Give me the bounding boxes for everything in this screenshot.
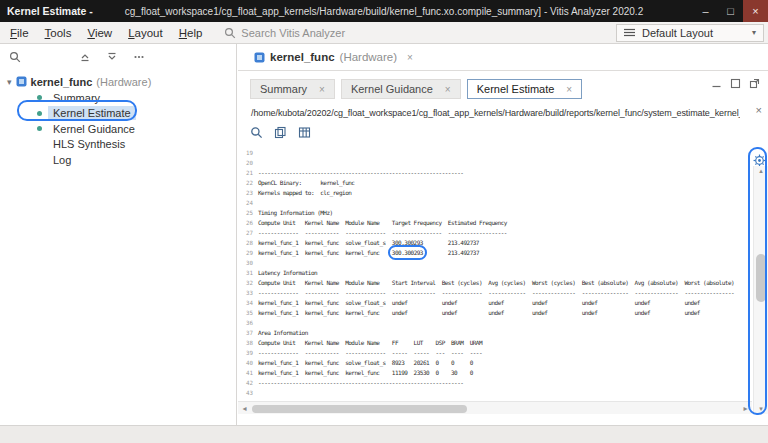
- line-number: 32: [238, 278, 258, 288]
- menu-bar: File Tools View Layout Help Default Layo…: [0, 22, 768, 44]
- report-line: 31 Latency Information: [238, 268, 752, 278]
- report-line-text: kernel_func_1 kernel_func solve_float_s …: [258, 358, 473, 368]
- line-number: 43: [238, 388, 258, 398]
- collapse-all-icon[interactable]: [79, 51, 91, 63]
- menu-items: File Tools View Layout Help: [0, 22, 210, 43]
- report-line: 39 ------------- ----------- -----------…: [238, 348, 752, 358]
- line-number: 33: [238, 288, 258, 298]
- scroll-left-icon[interactable]: ◂: [238, 404, 251, 413]
- report-line: 30: [238, 258, 752, 268]
- report-line: 37 Area Information: [238, 328, 752, 338]
- table-view-icon[interactable]: [298, 126, 311, 139]
- report-tree: ▾ kernel_func (Hardware) Summary Kernel …: [0, 70, 236, 168]
- report-tab[interactable]: Summary ×: [250, 79, 335, 99]
- annotation-frequency-ring: 300.300293: [392, 249, 423, 256]
- report-text-viewer: 19 20 21 -------------------------------…: [238, 146, 752, 400]
- report-line: 20: [238, 158, 752, 168]
- report-line: 25 Timing Information (MHz): [238, 208, 752, 218]
- scroll-down-icon[interactable]: ▾: [754, 404, 768, 414]
- sidebar-item[interactable]: HLS Synthesis: [0, 137, 236, 153]
- window-control-icon: ×: [752, 5, 758, 17]
- report-line: 21 -------------------------------------…: [238, 168, 752, 178]
- horizontal-scrollbar-thumb[interactable]: [252, 405, 467, 413]
- report-line: 34 kernel_func_1 kernel_func solve_float…: [238, 298, 752, 308]
- tree-root-kernel-func[interactable]: ▾ kernel_func (Hardware): [0, 73, 236, 90]
- scroll-right-icon[interactable]: ▸: [739, 404, 752, 413]
- line-number: 23: [238, 188, 258, 198]
- report-line-text: Timing Information (MHz): [258, 208, 333, 218]
- copy-icon[interactable]: [274, 126, 287, 139]
- menu-item[interactable]: Layout: [120, 24, 171, 42]
- sidebar-item[interactable]: Summary: [0, 90, 236, 106]
- report-line: 43: [238, 388, 752, 398]
- document-tab[interactable]: kernel_func (Hardware) ×: [250, 51, 417, 63]
- report-tab[interactable]: Kernel Estimate ×: [467, 79, 583, 99]
- close-tab-icon[interactable]: ×: [566, 84, 572, 95]
- close-tab-icon[interactable]: ×: [407, 52, 413, 63]
- menu-item[interactable]: View: [79, 24, 120, 42]
- tree-root-suffix: (Hardware): [96, 76, 151, 88]
- line-number: 28: [238, 238, 258, 248]
- window-control-button[interactable]: □: [718, 0, 743, 22]
- kernel-container-icon: [254, 52, 265, 63]
- tree-options-icon[interactable]: [133, 51, 145, 63]
- sidebar-toolbar: [0, 44, 236, 70]
- report-line: 23 Kernels mapped to: clc_region: [238, 188, 752, 198]
- line-number: 26: [238, 218, 258, 228]
- menu-item[interactable]: Tools: [37, 24, 80, 42]
- report-line-text: OpenCL Binary: kernel_func: [258, 178, 354, 188]
- layout-selector[interactable]: Default Layout ▾: [616, 24, 764, 42]
- line-number: 37: [238, 328, 258, 338]
- document-tab-bar: kernel_func (Hardware) ×: [238, 44, 768, 71]
- report-tab-label: Summary: [260, 83, 307, 95]
- search-input[interactable]: [241, 27, 401, 39]
- report-tab[interactable]: Kernel Guidance ×: [341, 79, 461, 99]
- title-bar[interactable]: Kernel Estimate - cg_float_workspace1/cg…: [0, 0, 768, 22]
- global-search[interactable]: [224, 27, 401, 39]
- tree-search-icon[interactable]: [9, 51, 21, 63]
- line-number: 38: [238, 338, 258, 348]
- line-number: 20: [238, 158, 258, 168]
- report-line: 42 -------------------------------------…: [238, 378, 752, 388]
- horizontal-scrollbar[interactable]: ◂ ▸: [238, 401, 752, 414]
- status-dot-icon: [37, 95, 42, 100]
- window-control-button[interactable]: ×: [743, 0, 768, 22]
- sidebar-item[interactable]: Log: [0, 152, 236, 168]
- menu-item[interactable]: Help: [171, 24, 211, 42]
- close-report-icon[interactable]: ×: [756, 104, 762, 116]
- float-pane-icon[interactable]: [749, 78, 760, 89]
- chevron-down-icon[interactable]: ▾: [7, 77, 12, 87]
- status-dot-icon: [37, 111, 42, 116]
- menu-item[interactable]: File: [2, 24, 37, 42]
- report-line: 29 kernel_func_1 kernel_func kernel_func…: [238, 248, 752, 258]
- report-line: 35 kernel_func_1 kernel_func kernel_func…: [238, 308, 752, 318]
- pane-controls: [711, 78, 760, 89]
- expand-all-icon[interactable]: [106, 51, 118, 63]
- report-line-text: ----------------------------------------…: [258, 378, 463, 388]
- scroll-up-icon[interactable]: ▴: [754, 166, 768, 176]
- find-in-report-icon[interactable]: [250, 126, 263, 139]
- line-number: 36: [238, 318, 258, 328]
- close-tab-icon[interactable]: ×: [445, 84, 451, 95]
- line-number: 30: [238, 258, 258, 268]
- sidebar-item[interactable]: Kernel Guidance: [0, 121, 236, 137]
- sidebar-item[interactable]: Kernel Estimate: [0, 106, 236, 122]
- window-title-prefix: Kernel Estimate -: [7, 5, 93, 17]
- document-tab-name: kernel_func: [270, 51, 335, 63]
- report-line-text: Latency Information: [258, 268, 317, 278]
- report-line-text: kernel_func_1 kernel_func solve_float_s …: [258, 238, 479, 248]
- maximize-pane-icon[interactable]: [730, 78, 741, 89]
- main-panel: kernel_func (Hardware) × Summary × Kerne…: [238, 44, 768, 425]
- report-line: 40 kernel_func_1 kernel_func solve_float…: [238, 358, 752, 368]
- line-number: 21: [238, 168, 258, 178]
- report-line-text: Compute Unit Kernel Name Module Name Sta…: [258, 278, 734, 288]
- vertical-scrollbar[interactable]: ▴ ▾: [753, 166, 768, 414]
- line-number: 42: [238, 378, 258, 388]
- close-tab-icon[interactable]: ×: [319, 84, 325, 95]
- vertical-scrollbar-thumb[interactable]: [756, 254, 766, 302]
- window-control-button[interactable]: –: [693, 0, 718, 22]
- report-line-text: Area Information: [258, 328, 308, 338]
- line-number: 35: [238, 308, 258, 318]
- minimize-pane-icon[interactable]: [711, 78, 722, 89]
- report-line: 38 Compute Unit Kernel Name Module Name …: [238, 338, 752, 348]
